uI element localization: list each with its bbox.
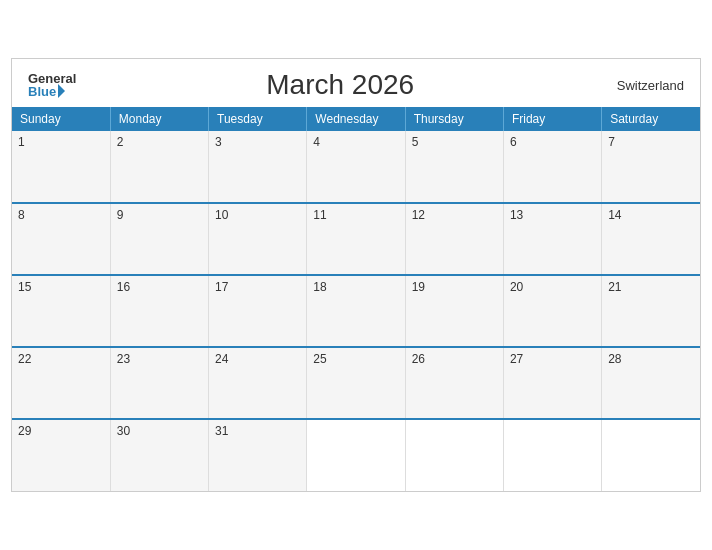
header-tuesday: Tuesday <box>209 107 307 131</box>
week-row-4: 22232425262728 <box>12 347 700 419</box>
day-cell-4-1: 30 <box>110 419 208 491</box>
day-number: 31 <box>215 424 228 438</box>
day-cell-4-6 <box>602 419 700 491</box>
day-cell-3-2: 24 <box>209 347 307 419</box>
day-number: 27 <box>510 352 523 366</box>
day-number: 23 <box>117 352 130 366</box>
day-cell-3-1: 23 <box>110 347 208 419</box>
day-number: 18 <box>313 280 326 294</box>
day-cell-1-1: 9 <box>110 203 208 275</box>
day-cell-0-0: 1 <box>12 131 110 203</box>
day-cell-4-2: 31 <box>209 419 307 491</box>
day-cell-4-0: 29 <box>12 419 110 491</box>
day-number: 21 <box>608 280 621 294</box>
day-cell-2-1: 16 <box>110 275 208 347</box>
day-number: 26 <box>412 352 425 366</box>
day-cell-0-3: 4 <box>307 131 405 203</box>
day-number: 4 <box>313 135 320 149</box>
day-cell-3-0: 22 <box>12 347 110 419</box>
day-number: 2 <box>117 135 124 149</box>
logo-triangle-icon <box>58 84 65 98</box>
day-number: 14 <box>608 208 621 222</box>
day-cell-2-0: 15 <box>12 275 110 347</box>
day-number: 3 <box>215 135 222 149</box>
header-monday: Monday <box>110 107 208 131</box>
header-sunday: Sunday <box>12 107 110 131</box>
day-number: 1 <box>18 135 25 149</box>
day-cell-0-5: 6 <box>503 131 601 203</box>
day-number: 6 <box>510 135 517 149</box>
day-number: 10 <box>215 208 228 222</box>
week-row-2: 891011121314 <box>12 203 700 275</box>
day-cell-1-2: 10 <box>209 203 307 275</box>
week-row-3: 15161718192021 <box>12 275 700 347</box>
day-cell-1-0: 8 <box>12 203 110 275</box>
calendar-header: General Blue March 2026 Switzerland <box>12 59 700 107</box>
day-number: 7 <box>608 135 615 149</box>
day-cell-2-4: 19 <box>405 275 503 347</box>
day-number: 25 <box>313 352 326 366</box>
day-number: 24 <box>215 352 228 366</box>
header-friday: Friday <box>503 107 601 131</box>
day-number: 30 <box>117 424 130 438</box>
week-row-5: 293031 <box>12 419 700 491</box>
header-thursday: Thursday <box>405 107 503 131</box>
calendar-title: March 2026 <box>76 69 604 101</box>
day-number: 17 <box>215 280 228 294</box>
day-cell-3-6: 28 <box>602 347 700 419</box>
header-saturday: Saturday <box>602 107 700 131</box>
day-cell-2-2: 17 <box>209 275 307 347</box>
day-number: 16 <box>117 280 130 294</box>
logo: General Blue <box>28 72 76 98</box>
day-number: 22 <box>18 352 31 366</box>
calendar-container: General Blue March 2026 Switzerland Sund… <box>11 58 701 492</box>
day-cell-0-2: 3 <box>209 131 307 203</box>
calendar-country: Switzerland <box>604 78 684 93</box>
weekday-header-row: Sunday Monday Tuesday Wednesday Thursday… <box>12 107 700 131</box>
day-cell-3-5: 27 <box>503 347 601 419</box>
day-cell-2-6: 21 <box>602 275 700 347</box>
day-cell-3-3: 25 <box>307 347 405 419</box>
day-number: 12 <box>412 208 425 222</box>
calendar-grid: Sunday Monday Tuesday Wednesday Thursday… <box>12 107 700 491</box>
day-cell-0-1: 2 <box>110 131 208 203</box>
day-cell-3-4: 26 <box>405 347 503 419</box>
logo-blue-text: Blue <box>28 85 76 98</box>
day-number: 20 <box>510 280 523 294</box>
week-row-1: 1234567 <box>12 131 700 203</box>
day-cell-1-4: 12 <box>405 203 503 275</box>
day-cell-1-5: 13 <box>503 203 601 275</box>
day-cell-4-3 <box>307 419 405 491</box>
day-cell-4-4 <box>405 419 503 491</box>
day-number: 11 <box>313 208 326 222</box>
day-cell-0-6: 7 <box>602 131 700 203</box>
day-number: 8 <box>18 208 25 222</box>
header-wednesday: Wednesday <box>307 107 405 131</box>
day-number: 5 <box>412 135 419 149</box>
day-number: 9 <box>117 208 124 222</box>
day-cell-1-3: 11 <box>307 203 405 275</box>
day-cell-2-5: 20 <box>503 275 601 347</box>
day-cell-2-3: 18 <box>307 275 405 347</box>
day-number: 13 <box>510 208 523 222</box>
day-cell-4-5 <box>503 419 601 491</box>
day-number: 15 <box>18 280 31 294</box>
day-number: 28 <box>608 352 621 366</box>
day-cell-1-6: 14 <box>602 203 700 275</box>
day-number: 19 <box>412 280 425 294</box>
day-cell-0-4: 5 <box>405 131 503 203</box>
day-number: 29 <box>18 424 31 438</box>
